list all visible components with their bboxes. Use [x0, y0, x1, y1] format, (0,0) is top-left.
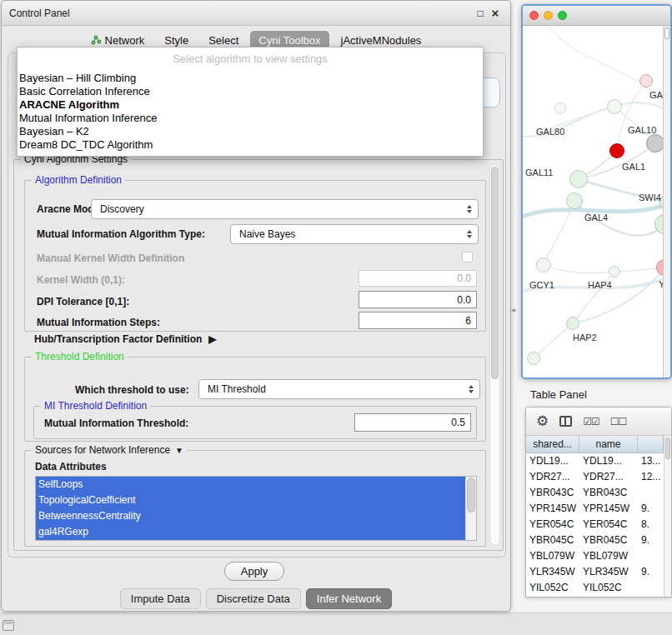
network-canvas[interactable]: GALGAL80GAL10GAL11GAL1SWI4GAL4GCY1HAP4YH…	[523, 26, 663, 378]
algorithm-option[interactable]: Mutual Information Inference	[18, 112, 483, 125]
network-window-titlebar[interactable]	[523, 6, 670, 26]
mi-threshold-definition-group: MI Threshold Definition Mutual Informati…	[33, 406, 477, 439]
cell-value: 13...	[638, 453, 664, 469]
algorithm-option[interactable]: Bayesian – K2	[18, 125, 483, 138]
stepper-arrows-icon	[467, 205, 472, 213]
cell-name: YDR27...	[579, 469, 638, 485]
apply-button[interactable]: Apply	[224, 562, 284, 581]
close-window-icon[interactable]: ×	[488, 6, 503, 20]
network-node[interactable]	[639, 74, 653, 88]
cell-shared-name: YBL079W	[526, 548, 579, 564]
table-row[interactable]: YDR27...YDR27...12...	[526, 469, 664, 485]
mi-algorithm-type-select[interactable]: Naive Bayes	[230, 224, 479, 244]
tab-impute-data[interactable]: Impute Data	[120, 588, 201, 609]
aracne-mode-select[interactable]: Discovery	[91, 199, 479, 219]
table-row[interactable]: YER054CYER054C8.	[526, 517, 664, 532]
mi-steps-label: Mutual Information Steps:	[37, 317, 160, 328]
network-node[interactable]	[609, 266, 620, 278]
table-row[interactable]: YDL19...YDL19...13...	[526, 453, 664, 469]
column-header[interactable]: name	[579, 436, 638, 452]
collapsed-panel-icon[interactable]	[3, 620, 14, 631]
deselect-all-icon[interactable]: ☐☐	[610, 416, 627, 428]
table-row[interactable]: YLR345WYLR345W9.	[526, 564, 664, 580]
network-node[interactable]	[654, 214, 663, 234]
attributes-scrollbar[interactable]	[465, 477, 476, 540]
algorithm-definition-title: Algorithm Definition	[32, 174, 125, 186]
cell-value: 8.	[638, 517, 664, 532]
select-all-icon[interactable]: ☑☑	[583, 416, 599, 428]
table-scrollbar[interactable]	[664, 436, 671, 597]
network-node-label: GAL10	[628, 125, 656, 135]
network-node[interactable]	[527, 352, 540, 365]
attributes-scrollbar-thumb[interactable]	[467, 478, 475, 512]
which-threshold-select[interactable]: MI Threshold	[198, 379, 480, 399]
mi-threshold-field[interactable]: 0.5	[354, 413, 471, 432]
minimize-traffic-light-icon[interactable]	[544, 11, 553, 20]
table-row[interactable]: YBR043CYBR043C	[526, 485, 664, 501]
algorithm-option[interactable]: Bayesian – Hill Climbing	[18, 72, 483, 85]
table-header-row: shared...name	[526, 436, 664, 453]
cell-name: YBR045C	[579, 532, 638, 548]
data-attributes-label: Data Attributes	[35, 461, 107, 472]
mi-threshold-value: 0.5	[451, 417, 465, 428]
table-row[interactable]: YIL052CYIL052C	[526, 580, 664, 596]
attribute-item[interactable]: gal4RGexp	[36, 524, 465, 540]
sources-title-toggle[interactable]: Sources for Network Inference ▼	[32, 444, 187, 456]
network-node-label: SWI4	[639, 192, 661, 202]
column-header[interactable]	[638, 436, 664, 452]
network-node[interactable]	[607, 99, 622, 114]
cell-value: 9.	[638, 532, 664, 548]
network-node[interactable]	[554, 102, 566, 114]
cell-shared-name: YBR045C	[526, 532, 579, 548]
table-row[interactable]: YBR045CYBR045C9.	[526, 532, 664, 548]
dpi-tolerance-field[interactable]: 0.0	[359, 291, 477, 308]
network-node[interactable]	[566, 192, 583, 209]
expand-right-icon: ▶	[208, 333, 216, 345]
table-main: shared...name YDL19...YDL19...13...YDR27…	[526, 436, 664, 597]
network-node[interactable]	[536, 258, 551, 272]
table-row[interactable]: YPR145WYPR145W9.	[526, 501, 664, 517]
dpi-tolerance-value: 0.0	[457, 294, 471, 306]
splitter-handle[interactable]: ◂	[511, 305, 515, 314]
columns-icon[interactable]	[559, 416, 572, 427]
settings-scrollbar[interactable]	[489, 164, 500, 546]
control-panel-titlebar[interactable]: Control Panel □ ×	[2, 1, 510, 26]
column-header[interactable]: shared...	[526, 436, 579, 452]
tab-label: jActiveMNodules	[341, 34, 422, 47]
zoom-traffic-light-icon[interactable]	[558, 11, 567, 20]
tab-infer-network[interactable]: Infer Network	[306, 588, 392, 609]
network-node-label: GAL80	[536, 127, 564, 137]
network-node[interactable]	[646, 134, 663, 152]
network-node-label: GAL4	[584, 212, 608, 222]
network-scrollbar[interactable]	[663, 26, 670, 378]
mi-threshold-label: Mutual Information Threshold:	[44, 418, 188, 429]
attribute-item[interactable]: BetweennessCentrality	[36, 508, 465, 524]
network-node[interactable]	[569, 170, 588, 188]
mi-steps-field[interactable]: 6	[359, 312, 477, 329]
manual-kernel-width-checkbox[interactable]	[462, 252, 473, 262]
table-scrollbar-thumb[interactable]	[665, 438, 670, 459]
expand-down-icon: ▼	[175, 446, 183, 455]
kernel-width-field[interactable]: 0.0	[359, 270, 477, 287]
tab-discretize-data[interactable]: Discretize Data	[206, 588, 301, 609]
settings-scrollbar-thumb[interactable]	[491, 167, 499, 379]
threshold-definition-group: Threshold Definition Which threshold to …	[24, 357, 486, 442]
algorithm-option[interactable]: ARACNE Algorithm	[18, 98, 483, 112]
close-traffic-light-icon[interactable]	[529, 11, 539, 20]
attribute-item[interactable]: SelfLoops	[36, 477, 465, 492]
table-panel-window: ⚙ ☑☑ ☐☐ shared...name YDL19...YDL19...13…	[525, 407, 672, 598]
attribute-item[interactable]: TopologicalCoefficient	[36, 492, 465, 508]
algorithm-dropdown-popup: Select algorithm to view settings Bayesi…	[17, 47, 484, 157]
network-node[interactable]	[656, 259, 663, 276]
network-scrollbar-thumb[interactable]	[664, 28, 669, 39]
network-node-label: HAP4	[588, 280, 612, 290]
gear-icon[interactable]: ⚙	[536, 414, 549, 428]
tab-label: Style	[164, 34, 188, 47]
network-node[interactable]	[566, 317, 579, 330]
algorithm-option[interactable]: Basic Correlation Inference	[18, 85, 483, 98]
table-row[interactable]: YBL079WYBL079W	[526, 548, 664, 564]
network-node[interactable]	[609, 143, 624, 158]
algorithm-option[interactable]: Dream8 DC_TDC Algorithm	[18, 138, 483, 152]
float-window-icon[interactable]: □	[473, 8, 488, 19]
hub-definition-toggle[interactable]: Hub/Transcription Factor Definition ▶	[34, 333, 217, 345]
